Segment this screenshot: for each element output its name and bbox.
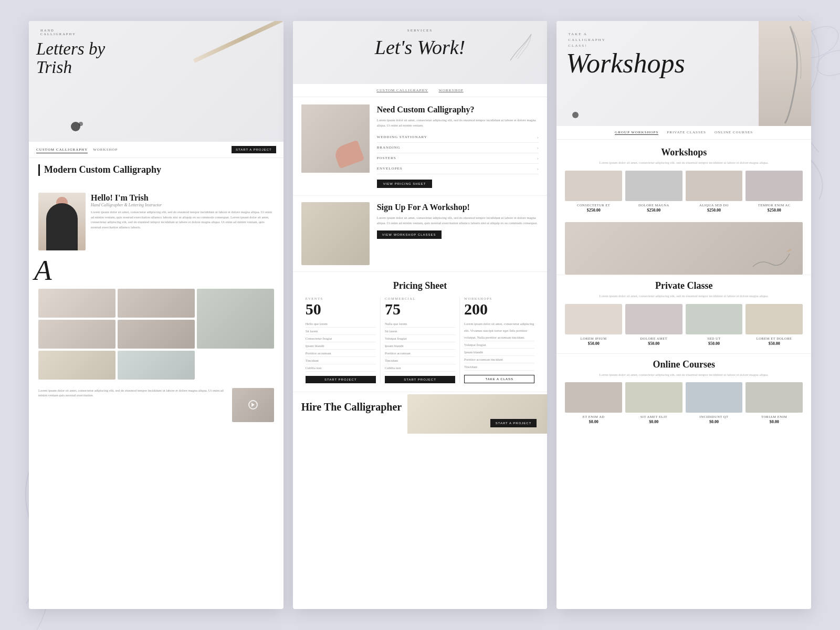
brand-line1: HAND [40,28,76,32]
p1-gallery [29,285,284,384]
p3-private-img-2 [625,304,682,334]
p3-online-item-2[interactable]: SIT AMET ELIT $0.00 [625,382,682,424]
p3-private-item-3[interactable]: SED UT $50.00 [686,304,743,346]
p3-online-desc: Lorem ipsum dolor sit amet, consectetur … [565,372,803,377]
p2-events-btn[interactable]: START PROJECT [306,376,376,383]
p3-nav-group[interactable]: GROUP WORKSHOPS [615,130,658,135]
p2-service-branding[interactable]: BRANDING › [377,143,539,153]
p2-workshops-item4: Porttitor accumsan tincidunt [464,356,534,363]
p3-private-price-1: $50.00 [565,341,622,346]
p1-cta-btn[interactable]: START A PROJECT [232,146,276,153]
p2-hire-btn[interactable]: START A PROJECT [490,419,537,427]
p2-commercial-number: 75 [385,301,455,317]
p3-private-img-1 [565,304,622,334]
p2-nav-workshop[interactable]: WORKSHOP [438,88,463,92]
splatter-2 [79,122,83,126]
p3-private-price-4: $50.00 [746,341,803,346]
p3-private-item-1[interactable]: LOREM IPSUM $50.00 [565,304,622,346]
p3-workshop-img-3 [686,171,743,201]
p3-private-name-3: SED UT [686,337,743,340]
p1-hello-title: Hello! I'm Trish [91,193,274,203]
p2-workshop-section: Sign Up For A Workshop! Lorem ipsum dolo… [293,195,548,271]
p2-service-posters[interactable]: POSTERS › [377,153,539,164]
p2-custom-image [301,104,370,173]
p2-commercial-item6: Tincidunt [385,357,455,364]
p2-custom-title: Need Custom Calligraphy? [377,104,539,114]
p3-private-item-4[interactable]: LOREM ET DOLORE $50.00 [746,304,803,346]
p3-nav-online[interactable]: ONLINE COURSES [715,130,753,135]
p2-commercial-label: COMMERCIAL [385,297,455,300]
p3-online-img-2 [625,382,682,413]
p3-workshops-content: Workshops Lorem ipsum dolor sit amet, co… [556,140,811,222]
p3-workshop-img-4 [746,171,803,201]
p2-custom-text: Lorem ipsum dolor sit amet, consectetur … [377,118,539,128]
p3-online-item-1[interactable]: ET ENIM AD $0.00 [565,382,622,424]
p3-workshop-item-4[interactable]: TEMPOR ENIM AC $250.00 [746,171,803,213]
p2-workshop-text: Lorem ipsum dolor sit amet, consectetur … [377,215,539,226]
p2-commercial-item1: Nulla que lorem [385,320,455,328]
gallery-item-7 [118,351,195,380]
p2-nav-custom[interactable]: CUSTOM CALLIGRAPHY [376,88,428,92]
p2-service-wedding[interactable]: WEDDING STATIONARY › [377,132,539,143]
p3-online-price-4: $0.00 [746,419,803,424]
p3-private-name-4: LOREM ET DOLORE [746,337,803,340]
p1-bottom-text: Lorem ipsum dolor sit amet, consectetur … [38,388,226,422]
p3-workshop-name-1: CONSECTETUR ET [565,203,622,207]
p1-cursive-a: A [34,256,284,285]
p2-service-wedding-label: WEDDING STATIONARY [377,135,427,139]
p3-private-name-2: DOLORE AMET [625,337,682,340]
gallery-item-1 [38,289,116,318]
p2-view-pricing-btn[interactable]: VIEW PRICING SHEET [377,180,433,188]
p3-online-price-1: $0.00 [565,419,622,424]
p2-custom-section: Need Custom Calligraphy? Lorem ipsum dol… [293,97,548,195]
p1-nav-workshop[interactable]: WORKSHOP [93,146,118,153]
p3-workshop-price-2: $250.00 [625,208,682,213]
p1-bottom-image [232,388,274,422]
p2-workshop-image [301,202,370,265]
svg-rect-5 [787,249,791,253]
p2-feather-decoration [495,32,537,63]
p3-online-price-3: $0.00 [686,419,743,424]
p3-workshop-item-3[interactable]: ALIQUA SED DO $250.00 [686,171,743,213]
p2-service-envelopes[interactable]: ENVELOPES › [377,164,539,174]
p2-events-item6: Tincidunt [306,357,376,364]
p2-nav: CUSTOM CALLIGRAPHY WORKSHOP [293,84,548,97]
svg-marker-4 [251,403,255,407]
gallery-item-2 [118,289,195,318]
p3-online-title: Online Courses [565,359,803,370]
gallery-item-6 [38,351,116,380]
p1-nav: CUSTOM CALLIGRAPHY WORKSHOP START A PROJ… [29,142,284,158]
p2-workshop-title: Sign Up For A Workshop! [377,202,539,212]
p3-online-section: Online Courses Lorem ipsum dolor sit ame… [556,353,811,432]
gallery-item-3 [197,289,274,349]
p3-nav-private[interactable]: PRIVATE CLASSES [667,130,706,135]
p3-online-item-3[interactable]: INCIDIDUNT QT $0.00 [686,382,743,424]
p3-private-item-2[interactable]: DOLORE AMET $50.00 [625,304,682,346]
p3-private-price-2: $50.00 [625,341,682,346]
p3-take-label: TAKE A CALLIGRAPHY CLASS! [568,32,605,49]
p3-workshop-item-1[interactable]: CONSECTETUR ET $250.00 [565,171,622,213]
p2-service-envelopes-label: ENVELOPES [377,166,403,171]
p2-services-label: SERVICES [407,28,433,33]
p2-service-branding-label: BRANDING [377,145,401,150]
p3-workshop-item-2[interactable]: DOLORE MAGNA $250.00 [625,171,682,213]
panel-homepage: HAND CALLIGRAPHY Letters by Trish CUSTOM… [29,21,284,609]
p2-commercial-btn[interactable]: START PROJECT [385,376,455,383]
p3-workshop-img-1 [565,171,622,201]
p2-workshops-btn[interactable]: TAKE A CLASS [464,375,534,383]
p1-hello-subtitle: Hand Calligrapher & Lettering Instructor [91,203,274,207]
p3-private-desc: Lorem ipsum dolor sit amet, consectetur … [565,293,803,299]
p3-private-section: Private Classe Lorem ipsum dolor sit ame… [556,275,811,353]
p3-online-img-1 [565,382,622,413]
p1-play-button[interactable] [248,400,258,410]
brand-name: HAND CALLIGRAPHY [40,28,76,36]
p2-commercial-item2: Sit larem [385,328,455,335]
p2-events-item1: Hello que lorem [306,320,376,328]
p2-view-workshops-btn[interactable]: VIEW WORKSHOP CLASSES [377,230,442,239]
p3-online-item-4[interactable]: TORIAM ENIM $0.00 [746,382,803,424]
p3-private-name-1: LOREM IPSUM [565,337,622,340]
p1-modern-title: Modern Custom Calligraphy [38,164,274,176]
p2-arrow-2: › [537,145,539,150]
p3-header: TAKE A CALLIGRAPHY CLASS! Workshops [556,21,811,126]
p1-nav-custom[interactable]: CUSTOM CALLIGRAPHY [36,146,88,153]
